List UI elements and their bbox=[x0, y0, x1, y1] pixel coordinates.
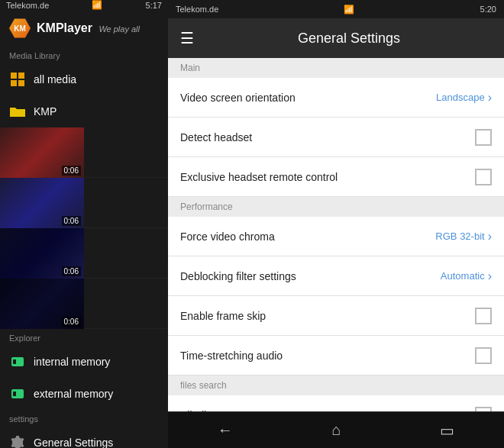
video-thumbnails-area: 0:06 0:06 0:06 0:06 bbox=[0, 127, 168, 329]
app-name-area: KMPlayer We play all bbox=[37, 21, 140, 35]
sidebar-item-label-all-media: all media bbox=[34, 73, 76, 85]
sidebar-item-label-kmp: KMP bbox=[34, 105, 57, 118]
checkbox-exclusive-headset[interactable] bbox=[475, 169, 492, 185]
grid-icon bbox=[9, 71, 26, 88]
sidebar-item-general-settings[interactable]: General Settings bbox=[0, 427, 168, 448]
status-bar-left: Telekom.de 📶 5:17 bbox=[0, 0, 168, 10]
svg-rect-2 bbox=[11, 80, 17, 86]
checkbox-frame-skip[interactable] bbox=[475, 308, 492, 324]
settings-section-label: settings bbox=[0, 410, 168, 427]
signal-icon-right: 📶 bbox=[344, 5, 354, 15]
app-header: KM KMPlayer We play all bbox=[0, 10, 168, 47]
app-logo: KM bbox=[9, 18, 31, 39]
thumb-item-1[interactable]: 0:06 bbox=[0, 127, 168, 178]
media-library-label: Media Library bbox=[0, 47, 168, 63]
gear-icon bbox=[9, 434, 26, 448]
thumb-duration-1: 0:06 bbox=[62, 166, 81, 176]
thumb-duration-4: 0:06 bbox=[62, 317, 81, 327]
left-panel: Telekom.de 📶 5:17 KM KMPlayer We play al… bbox=[0, 0, 168, 448]
setting-label-deblocking: Deblocking filter settings bbox=[180, 270, 441, 282]
checkbox-time-stretch[interactable] bbox=[475, 347, 492, 364]
thumb-item-2[interactable]: 0:06 bbox=[0, 178, 168, 228]
chevron-icon-deblocking: › bbox=[488, 269, 492, 283]
settings-item-force-chroma[interactable]: Force video chroma RGB 32-bit › bbox=[168, 217, 504, 256]
setting-label-video-orientation: Video screen orientation bbox=[180, 92, 436, 104]
thumb-image-1: 0:06 bbox=[0, 127, 84, 178]
sidebar-item-internal-memory[interactable]: internal memory bbox=[0, 346, 168, 378]
thumb-item-4[interactable]: 0:06 bbox=[0, 279, 168, 329]
explorer-label: Explorer bbox=[0, 329, 168, 346]
setting-label-force-chroma: Force video chroma bbox=[180, 230, 435, 243]
folder-icon bbox=[9, 103, 26, 120]
back-button-right[interactable]: ← bbox=[218, 421, 233, 439]
hdd-icon-external bbox=[9, 385, 26, 402]
status-bar-right: Telekom.de 📶 5:20 bbox=[168, 0, 504, 18]
sidebar-item-all-media[interactable]: all media bbox=[0, 63, 168, 95]
time-right: 5:20 bbox=[480, 5, 496, 14]
section-header-performance: Performance bbox=[168, 197, 504, 217]
chevron-icon-orientation: › bbox=[488, 91, 492, 105]
app-tagline: We play all bbox=[99, 24, 140, 34]
page-title: General Settings bbox=[206, 31, 492, 47]
app-name: KMPlayer bbox=[37, 21, 92, 34]
settings-item-detect-headset[interactable]: Detect headset bbox=[168, 118, 504, 157]
settings-list: Main Video screen orientation Landscape … bbox=[168, 58, 504, 411]
thumb-item-3[interactable]: 0:06 bbox=[0, 228, 168, 279]
thumb-duration-3: 0:06 bbox=[62, 266, 81, 276]
carrier-left: Telekom.de bbox=[6, 1, 49, 10]
hamburger-menu-button[interactable]: ☰ bbox=[180, 29, 194, 47]
sidebar-item-label-general-settings: General Settings bbox=[34, 437, 113, 448]
section-header-files-search: files search bbox=[168, 375, 504, 395]
svg-rect-5 bbox=[13, 359, 16, 364]
setting-label-time-stretch: Time-stretching audio bbox=[180, 350, 475, 362]
setting-value-deblocking: Automatic bbox=[441, 270, 485, 282]
time-left: 5:17 bbox=[146, 1, 162, 10]
settings-item-frame-skip[interactable]: Enable frame skip bbox=[168, 296, 504, 336]
svg-rect-0 bbox=[11, 73, 17, 79]
settings-item-exclusive-headset[interactable]: Exclusive headset remote control bbox=[168, 157, 504, 197]
svg-rect-7 bbox=[13, 392, 16, 396]
right-panel: Telekom.de 📶 5:20 ☰ General Settings Mai… bbox=[168, 0, 504, 448]
svg-rect-1 bbox=[18, 73, 24, 79]
setting-label-detect-headset: Detect headset bbox=[180, 131, 475, 143]
setting-value-video-orientation: Landscape bbox=[436, 92, 485, 103]
settings-item-deblocking[interactable]: Deblocking filter settings Automatic › bbox=[168, 256, 504, 296]
thumb-image-4: 0:06 bbox=[0, 279, 84, 329]
checkbox-detect-headset[interactable] bbox=[475, 129, 492, 146]
carrier-right: Telekom.de bbox=[176, 5, 218, 14]
home-button-right[interactable]: ⌂ bbox=[331, 421, 341, 439]
settings-item-video-orientation[interactable]: Video screen orientation Landscape › bbox=[168, 78, 504, 118]
thumb-image-3: 0:06 bbox=[0, 228, 84, 279]
setting-label-exclusive-headset: Exclusive headset remote control bbox=[180, 171, 475, 183]
hdd-icon-internal bbox=[9, 353, 26, 370]
svg-rect-3 bbox=[18, 80, 24, 86]
setting-value-force-chroma: RGB 32-bit bbox=[435, 230, 484, 242]
header-right: ☰ General Settings bbox=[168, 18, 504, 58]
bottom-nav-right: ← ⌂ ▭ bbox=[168, 411, 504, 448]
settings-item-time-stretch[interactable]: Time-stretching audio bbox=[168, 336, 504, 375]
settings-item-all-files[interactable]: All Files bbox=[168, 395, 504, 411]
chevron-icon-chroma: › bbox=[488, 230, 492, 243]
sidebar-item-label-internal: internal memory bbox=[34, 356, 110, 368]
sidebar-item-external-memory[interactable]: external memory bbox=[0, 378, 168, 410]
thumb-image-2: 0:06 bbox=[0, 178, 84, 228]
sidebar-item-kmp[interactable]: KMP bbox=[0, 95, 168, 127]
setting-label-frame-skip: Enable frame skip bbox=[180, 310, 475, 322]
sidebar-item-label-external: external memory bbox=[34, 388, 113, 400]
recent-button-right[interactable]: ▭ bbox=[440, 421, 454, 440]
thumb-duration-2: 0:06 bbox=[62, 216, 81, 226]
signal-icon-left: 📶 bbox=[92, 0, 102, 10]
section-header-main: Main bbox=[168, 58, 504, 78]
